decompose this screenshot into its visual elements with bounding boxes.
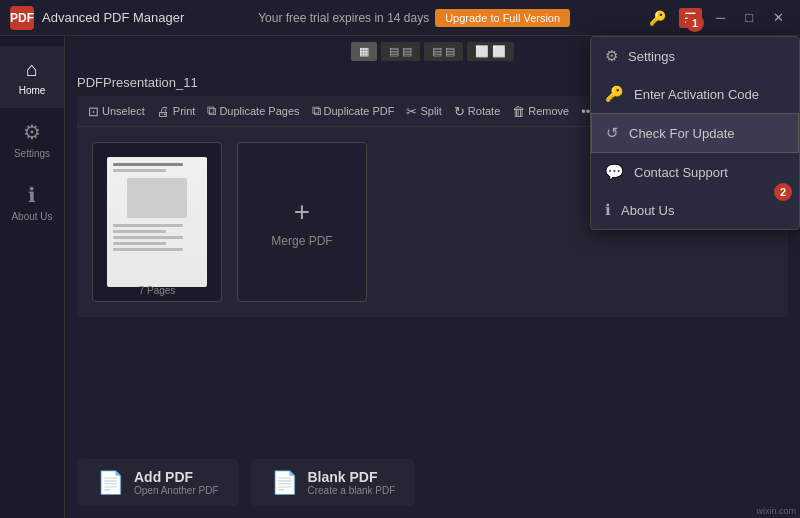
print-icon: 🖨 bbox=[157, 104, 170, 119]
close-button[interactable]: ✕ bbox=[767, 8, 790, 27]
menu-item-support[interactable]: 💬 Contact Support bbox=[591, 153, 799, 191]
bottom-buttons: 📄 Add PDF Open Another PDF 📄 Blank PDF C… bbox=[65, 447, 800, 518]
add-pdf-text: Add PDF Open Another PDF bbox=[134, 469, 219, 496]
remove-icon: 🗑 bbox=[512, 104, 525, 119]
annotation-badge-1: 1 bbox=[686, 14, 704, 32]
support-menu-label: Contact Support bbox=[634, 165, 728, 180]
titlebar: PDF Advanced PDF Manager Your free trial… bbox=[0, 0, 800, 36]
menu-item-update[interactable]: ↺ Check For Update bbox=[591, 113, 799, 153]
duplicate-pdf-button[interactable]: ⧉ Duplicate PDF bbox=[309, 101, 398, 121]
blank-pdf-icon: 📄 bbox=[271, 470, 298, 496]
minimize-button[interactable]: ─ bbox=[710, 8, 731, 27]
unselect-label: Unselect bbox=[102, 105, 145, 117]
activation-menu-label: Enter Activation Code bbox=[634, 87, 759, 102]
blank-pdf-button[interactable]: 📄 Blank PDF Create a blank PDF bbox=[251, 459, 416, 506]
pdf-thumbnail[interactable]: 7 Pages bbox=[92, 142, 222, 302]
remove-button[interactable]: 🗑 Remove bbox=[509, 102, 572, 121]
dropdown-menu: ⚙ Settings 🔑 Enter Activation Code ↺ Che… bbox=[590, 36, 800, 230]
sidebar-item-settings[interactable]: ⚙ Settings bbox=[0, 108, 64, 171]
activation-menu-icon: 🔑 bbox=[605, 85, 624, 103]
sidebar: ⌂ Home ⚙ Settings ℹ About Us bbox=[0, 36, 65, 518]
duplicate-pages-icon: ⧉ bbox=[207, 103, 216, 119]
unselect-button[interactable]: ⊡ Unselect bbox=[85, 102, 148, 121]
rotate-label: Rotate bbox=[468, 105, 500, 117]
app-title: Advanced PDF Manager bbox=[42, 10, 184, 25]
about-menu-icon: ℹ bbox=[605, 201, 611, 219]
duplicate-pages-label: Duplicate Pages bbox=[219, 105, 299, 117]
key-icon-btn[interactable]: 🔑 bbox=[644, 8, 671, 28]
unselect-icon: ⊡ bbox=[88, 104, 99, 119]
blank-pdf-text: Blank PDF Create a blank PDF bbox=[308, 469, 396, 496]
support-menu-icon: 💬 bbox=[605, 163, 624, 181]
home-icon: ⌂ bbox=[26, 58, 38, 81]
split-label: Split bbox=[420, 105, 441, 117]
split-button[interactable]: ✂ Split bbox=[403, 102, 444, 121]
view-btn-grid[interactable]: ▦ bbox=[351, 42, 377, 61]
rotate-button[interactable]: ↻ Rotate bbox=[451, 102, 503, 121]
menu-item-activation[interactable]: 🔑 Enter Activation Code bbox=[591, 75, 799, 113]
sidebar-item-about-label: About Us bbox=[11, 211, 52, 222]
update-menu-icon: ↺ bbox=[606, 124, 619, 142]
doc-line-3 bbox=[113, 224, 183, 227]
merge-pdf-button[interactable]: + Merge PDF bbox=[237, 142, 367, 302]
add-pdf-icon: 📄 bbox=[97, 470, 124, 496]
pdf-preview-image bbox=[107, 157, 207, 287]
duplicate-pages-button[interactable]: ⧉ Duplicate Pages bbox=[204, 101, 302, 121]
doc-line-1 bbox=[113, 163, 183, 166]
doc-line-2 bbox=[113, 169, 166, 172]
doc-line-6 bbox=[113, 242, 166, 245]
view-btn-list1[interactable]: ▤ ▤ bbox=[381, 42, 420, 61]
about-icon: ℹ bbox=[28, 183, 36, 207]
merge-label: Merge PDF bbox=[271, 234, 332, 248]
titlebar-center: Your free trial expires in 14 days Upgra… bbox=[258, 9, 570, 27]
settings-menu-label: Settings bbox=[628, 49, 675, 64]
duplicate-pdf-icon: ⧉ bbox=[312, 103, 321, 119]
blank-pdf-title: Blank PDF bbox=[308, 469, 378, 485]
trial-text: Your free trial expires in 14 days bbox=[258, 11, 429, 25]
menu-item-settings[interactable]: ⚙ Settings bbox=[591, 37, 799, 75]
pages-label: 7 Pages bbox=[139, 285, 176, 296]
merge-plus-icon: + bbox=[294, 196, 310, 228]
menu-item-about[interactable]: ℹ About Us bbox=[591, 191, 799, 229]
doc-line-7 bbox=[113, 248, 183, 251]
view-btn-large[interactable]: ⬜ ⬜ bbox=[467, 42, 514, 61]
watermark: wixin.com bbox=[756, 506, 796, 516]
upgrade-button[interactable]: Upgrade to Full Version bbox=[435, 9, 570, 27]
titlebar-right: 🔑 ☰ ─ □ ✕ bbox=[644, 8, 790, 28]
split-icon: ✂ bbox=[406, 104, 417, 119]
update-menu-label: Check For Update bbox=[629, 126, 735, 141]
annotation-badge-2: 2 bbox=[774, 183, 792, 201]
about-menu-label: About Us bbox=[621, 203, 674, 218]
blank-pdf-subtitle: Create a blank PDF bbox=[308, 485, 396, 496]
settings-icon: ⚙ bbox=[23, 120, 41, 144]
settings-menu-icon: ⚙ bbox=[605, 47, 618, 65]
titlebar-left: PDF Advanced PDF Manager bbox=[10, 6, 184, 30]
app-logo: PDF bbox=[10, 6, 34, 30]
print-button[interactable]: 🖨 Print bbox=[154, 102, 199, 121]
doc-line-5 bbox=[113, 236, 183, 239]
sidebar-item-home-label: Home bbox=[19, 85, 46, 96]
pdf-doc-preview bbox=[107, 157, 207, 287]
add-pdf-button[interactable]: 📄 Add PDF Open Another PDF bbox=[77, 459, 239, 506]
view-btn-list2[interactable]: ▤ ▤ bbox=[424, 42, 463, 61]
doc-block bbox=[127, 178, 187, 218]
add-pdf-subtitle: Open Another PDF bbox=[134, 485, 219, 496]
maximize-button[interactable]: □ bbox=[739, 8, 759, 27]
sidebar-item-home[interactable]: ⌂ Home bbox=[0, 46, 64, 108]
add-pdf-title: Add PDF bbox=[134, 469, 193, 485]
print-label: Print bbox=[173, 105, 196, 117]
sidebar-item-about[interactable]: ℹ About Us bbox=[0, 171, 64, 234]
doc-line-4 bbox=[113, 230, 166, 233]
rotate-icon: ↻ bbox=[454, 104, 465, 119]
duplicate-pdf-label: Duplicate PDF bbox=[324, 105, 395, 117]
sidebar-item-settings-label: Settings bbox=[14, 148, 50, 159]
remove-label: Remove bbox=[528, 105, 569, 117]
